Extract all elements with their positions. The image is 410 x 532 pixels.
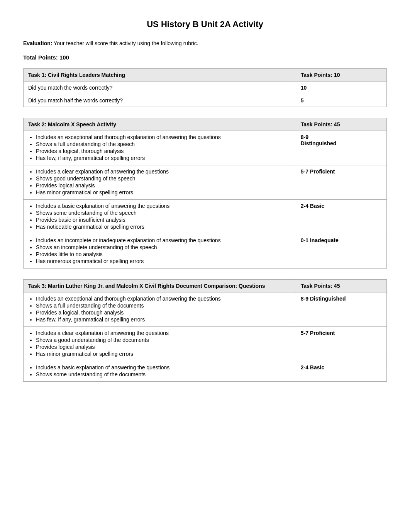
list-item: Has minor grammatical or spelling errors: [36, 189, 291, 195]
evaluation-text: Evaluation: Your teacher will score this…: [23, 40, 387, 46]
task3-header-label: Task 3: Martin Luther King Jr. and Malco…: [24, 280, 296, 292]
task2-header-points: Task Points: 45: [296, 118, 386, 131]
task3-table-criteria-1: Includes a clear explanation of answerin…: [24, 327, 296, 361]
task3-header-points: Task Points: 45: [296, 280, 386, 292]
task1-criteria-2: Did you match half the words correctly?: [24, 94, 296, 107]
task1-row-1: Did you match the words correctly? 10: [24, 82, 387, 94]
task1-score-2: 5: [296, 94, 386, 107]
task2-table-row-3: Includes an incomplete or inadequate exp…: [24, 234, 387, 269]
list-item: Provides logical analysis: [36, 182, 291, 189]
task3-table-criteria-0: Includes an exceptional and thorough exp…: [24, 292, 296, 327]
task2-table-criteria-3: Includes an incomplete or inadequate exp…: [24, 234, 296, 269]
list-item: Has few, if any, grammatical or spelling…: [36, 155, 291, 161]
list-item: Shows a full understanding of the docume…: [36, 303, 291, 309]
task1-criteria-1: Did you match the words correctly?: [24, 82, 296, 94]
list-item: Has numerous grammatical or spelling err…: [36, 258, 291, 264]
list-item: Includes an exceptional and thorough exp…: [36, 134, 291, 140]
task1-table: Task 1: Civil Rights Leaders Matching Ta…: [23, 68, 387, 107]
task1-header-row: Task 1: Civil Rights Leaders Matching Ta…: [24, 69, 387, 82]
task3-table-criteria-list-1: Includes a clear explanation of answerin…: [28, 330, 291, 357]
task2-table-criteria-1: Includes a clear explanation of answerin…: [24, 165, 296, 200]
task1-header-label: Task 1: Civil Rights Leaders Matching: [24, 69, 296, 82]
task3-table-criteria-list-0: Includes an exceptional and thorough exp…: [28, 296, 291, 323]
list-item: Shows an incomplete understanding of the…: [36, 244, 291, 250]
list-item: Provides a logical, thorough analysis: [36, 148, 291, 154]
task2-table-criteria-list-0: Includes an exceptional and thorough exp…: [28, 134, 291, 161]
task3-table-score-2: 2-4 Basic: [296, 361, 386, 382]
task2-header-row: Task 2: Malcolm X Speech Activity Task P…: [24, 118, 387, 131]
task2-table-score-0: 8-9 Distinguished: [296, 131, 386, 165]
list-item: Includes a basic explanation of answerin…: [36, 203, 291, 209]
task2-table-criteria-list-3: Includes an incomplete or inadequate exp…: [28, 237, 291, 264]
task2-table-row-1: Includes a clear explanation of answerin…: [24, 165, 387, 200]
task2-header-label: Task 2: Malcolm X Speech Activity: [24, 118, 296, 131]
page-title: US History B Unit 2A Activity: [23, 19, 387, 29]
task2-table-criteria-list-2: Includes a basic explanation of answerin…: [28, 203, 291, 230]
list-item: Provides basic or insufficient analysis: [36, 217, 291, 223]
task2-table-score-3: 0-1 Inadequate: [296, 234, 386, 269]
list-item: Includes an exceptional and thorough exp…: [36, 296, 291, 302]
task2-table-score-2: 2-4 Basic: [296, 200, 386, 234]
list-item: Includes a basic explanation of answerin…: [36, 364, 291, 371]
task3-table-criteria-2: Includes a basic explanation of answerin…: [24, 361, 296, 382]
list-item: Includes a clear explanation of answerin…: [36, 330, 291, 336]
list-item: Includes a clear explanation of answerin…: [36, 168, 291, 175]
list-item: Provides little to no analysis: [36, 251, 291, 257]
task2-table-criteria-0: Includes an exceptional and thorough exp…: [24, 131, 296, 165]
task3-table-row-0: Includes an exceptional and thorough exp…: [24, 292, 387, 327]
task3-table-row-1: Includes a clear explanation of answerin…: [24, 327, 387, 361]
total-points: Total Points: 100: [23, 54, 387, 61]
task3-table: Task 3: Martin Luther King Jr. and Malco…: [23, 279, 387, 382]
list-item: Provides a logical, thorough analysis: [36, 309, 291, 316]
task2-table-row-0: Includes an exceptional and thorough exp…: [24, 131, 387, 165]
task1-header-points: Task Points: 10: [296, 69, 386, 82]
task2-table-criteria-list-1: Includes a clear explanation of answerin…: [28, 168, 291, 195]
list-item: Shows some understanding of the speech: [36, 210, 291, 216]
task3-table-score-1: 5-7 Proficient: [296, 327, 386, 361]
task3-header-row: Task 3: Martin Luther King Jr. and Malco…: [24, 280, 387, 292]
evaluation-description: Your teacher will score this activity us…: [54, 40, 198, 46]
task2-table: Task 2: Malcolm X Speech Activity Task P…: [23, 118, 387, 269]
list-item: Shows a good understanding of the docume…: [36, 337, 291, 343]
task1-score-1: 10: [296, 82, 386, 94]
list-item: Has few, if any, grammatical or spelling…: [36, 316, 291, 323]
task1-row-2: Did you match half the words correctly? …: [24, 94, 387, 107]
task3-table-criteria-list-2: Includes a basic explanation of answerin…: [28, 364, 291, 377]
list-item: Provides logical analysis: [36, 344, 291, 350]
list-item: Has noticeable grammatical or spelling e…: [36, 224, 291, 230]
list-item: Shows good understanding of the speech: [36, 175, 291, 182]
task3-table-row-2: Includes a basic explanation of answerin…: [24, 361, 387, 382]
task3-table-score-0: 8-9 Distinguished: [296, 292, 386, 327]
evaluation-label: Evaluation:: [23, 40, 52, 46]
task2-table-row-2: Includes a basic explanation of answerin…: [24, 200, 387, 234]
list-item: Shows a full understanding of the speech: [36, 141, 291, 147]
task2-table-criteria-2: Includes a basic explanation of answerin…: [24, 200, 296, 234]
task2-table-score-1: 5-7 Proficient: [296, 165, 386, 200]
list-item: Includes an incomplete or inadequate exp…: [36, 237, 291, 243]
list-item: Has minor grammatical or spelling errors: [36, 351, 291, 357]
list-item: Shows some understanding of the document…: [36, 371, 291, 377]
